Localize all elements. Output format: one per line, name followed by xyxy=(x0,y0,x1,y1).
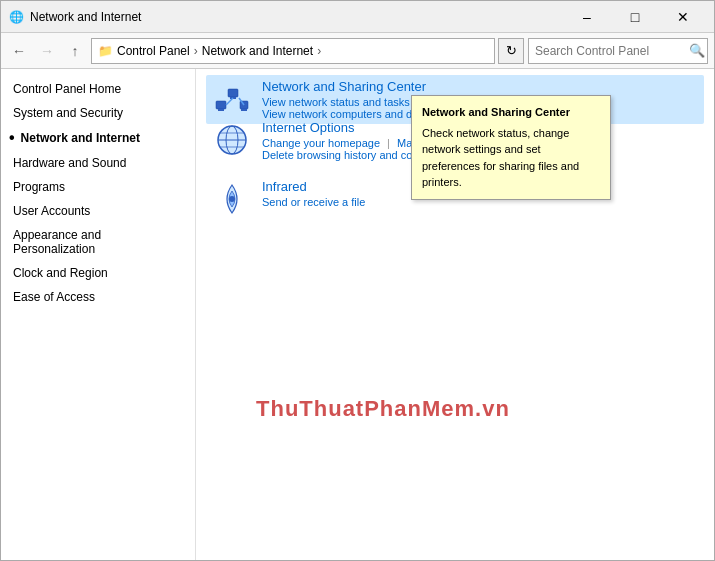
svg-line-6 xyxy=(226,98,233,105)
titlebar: 🌐 Network and Internet – □ ✕ xyxy=(1,1,714,33)
address-box[interactable]: 📁 Control Panel › Network and Internet › xyxy=(91,38,495,64)
sidebar-item-label: System and Security xyxy=(13,106,123,120)
close-button[interactable]: ✕ xyxy=(660,1,706,33)
titlebar-icon: 🌐 xyxy=(9,10,24,24)
up-button[interactable]: ↑ xyxy=(63,39,87,63)
tooltip-title: Network and Sharing Center xyxy=(422,104,600,121)
sidebar-item-label: Network and Internet xyxy=(21,131,140,145)
titlebar-controls: – □ ✕ xyxy=(564,1,706,33)
address-folder-icon: 📁 xyxy=(98,44,113,58)
breadcrumb-sep-1: › xyxy=(194,44,198,58)
minimize-button[interactable]: – xyxy=(564,1,610,33)
sidebar-item-clock[interactable]: Clock and Region xyxy=(1,261,195,285)
sidebar-item-network[interactable]: Network and Internet xyxy=(1,125,195,151)
refresh-button[interactable]: ↻ xyxy=(498,38,524,64)
search-icon[interactable]: 🔍 xyxy=(689,43,705,58)
tooltip-text: Check network status, change network set… xyxy=(422,125,600,191)
tooltip: Network and Sharing Center Check network… xyxy=(411,95,611,200)
network-sharing-title[interactable]: Network and Sharing Center xyxy=(262,79,531,94)
watermark: ThuThuatPhanMem.vn xyxy=(256,396,510,422)
sidebar-item-label: Control Panel Home xyxy=(13,82,121,96)
svg-rect-5 xyxy=(241,109,247,111)
internet-options-icon xyxy=(212,120,252,160)
addressbar: ← → ↑ 📁 Control Panel › Network and Inte… xyxy=(1,33,714,69)
sidebar: Control Panel Home System and Security N… xyxy=(1,69,196,561)
search-input[interactable] xyxy=(535,44,685,58)
sidebar-item-system[interactable]: System and Security xyxy=(1,101,195,125)
back-button[interactable]: ← xyxy=(7,39,31,63)
breadcrumb-controlpanel[interactable]: Control Panel xyxy=(117,44,190,58)
titlebar-title: Network and Internet xyxy=(30,10,141,24)
link-homepage[interactable]: Change your homepage xyxy=(262,137,380,149)
infrared-title[interactable]: Infrared xyxy=(262,179,365,194)
sidebar-item-label: User Accounts xyxy=(13,204,90,218)
sidebar-item-label: Programs xyxy=(13,180,65,194)
sidebar-item-ease[interactable]: Ease of Access xyxy=(1,285,195,309)
svg-point-13 xyxy=(229,196,235,202)
infrared-links: Send or receive a file xyxy=(262,196,365,208)
sidebar-item-hardware[interactable]: Hardware and Sound xyxy=(1,151,195,175)
svg-rect-1 xyxy=(218,109,224,111)
sidebar-item-label: Appearance andPersonalization xyxy=(13,228,101,256)
infrared-icon xyxy=(212,179,252,219)
sidebar-item-useraccounts[interactable]: User Accounts xyxy=(1,199,195,223)
sidebar-item-programs[interactable]: Programs xyxy=(1,175,195,199)
sidebar-item-label: Ease of Access xyxy=(13,290,95,304)
breadcrumb-network[interactable]: Network and Internet xyxy=(202,44,313,58)
sidebar-item-appearance[interactable]: Appearance andPersonalization xyxy=(1,223,195,261)
breadcrumb-sep-2: › xyxy=(317,44,321,58)
forward-button[interactable]: → xyxy=(35,39,59,63)
sidebar-item-controlpanel[interactable]: Control Panel Home xyxy=(1,77,195,101)
network-sharing-icon xyxy=(212,79,252,119)
main-layout: Control Panel Home System and Security N… xyxy=(1,69,714,561)
sidebar-item-label: Clock and Region xyxy=(13,266,108,280)
search-box[interactable]: 🔍 xyxy=(528,38,708,64)
svg-rect-2 xyxy=(228,89,238,97)
svg-rect-0 xyxy=(216,101,226,109)
link-view-status[interactable]: View network status and tasks xyxy=(262,96,410,108)
maximize-button[interactable]: □ xyxy=(612,1,658,33)
sidebar-item-label: Hardware and Sound xyxy=(13,156,126,170)
content-area: Network and Sharing Center View network … xyxy=(196,69,714,561)
link-send-receive[interactable]: Send or receive a file xyxy=(262,196,365,208)
infrared-text: Infrared Send or receive a file xyxy=(262,179,365,219)
